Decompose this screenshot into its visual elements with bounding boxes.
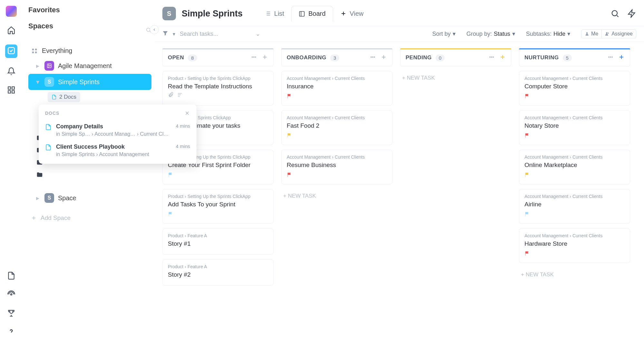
svg-point-22 <box>372 56 373 57</box>
docs-popover: DOCS Company Detailsin Simple Sp… › Acco… <box>39 104 197 164</box>
task-card[interactable]: Product›Feature AStory #2 <box>162 259 274 286</box>
assignee-filter-button[interactable]: Assignee <box>602 29 636 38</box>
sidebar-item-everything[interactable]: Everything <box>28 44 151 58</box>
user-icon <box>585 32 589 36</box>
column-header[interactable]: PENDING 0 <box>400 49 511 66</box>
card-title: Story #1 <box>168 240 268 247</box>
sidebar-label: Everything <box>42 47 72 54</box>
task-card[interactable]: Account Management›Current ClientsNotary… <box>519 110 630 145</box>
add-task-icon[interactable] <box>618 54 625 62</box>
card-title: Online Marketplace <box>524 162 625 169</box>
column-name: PENDING <box>406 54 432 61</box>
new-task-button[interactable]: + NEW TASK <box>400 71 511 85</box>
breadcrumb: Product›Feature A <box>168 264 268 269</box>
task-card[interactable]: Account Management›Current ClientsHardwa… <box>519 228 630 263</box>
priority-flag-icon[interactable] <box>524 211 625 218</box>
plus-icon <box>31 215 37 221</box>
apps-icon[interactable] <box>7 86 15 95</box>
spaces-header[interactable]: Spaces <box>28 22 53 30</box>
filter-button[interactable] <box>162 30 168 37</box>
more-icon[interactable] <box>370 54 376 62</box>
doc-item[interactable]: Client Success Playbookin Simple Sprints… <box>45 140 190 161</box>
search-input[interactable]: Search tasks... ⌄ <box>180 30 260 37</box>
svg-point-28 <box>610 56 611 57</box>
column-count: 8 <box>188 54 197 61</box>
chevron-down-icon[interactable]: ▾ <box>173 31 175 37</box>
search-icon[interactable] <box>610 9 620 18</box>
add-task-icon[interactable] <box>380 54 387 62</box>
priority-flag-icon[interactable] <box>287 93 387 100</box>
folder-row[interactable] <box>28 169 151 181</box>
task-card[interactable]: Product›Setting Up the Sprints ClickAppA… <box>162 189 274 224</box>
column-header[interactable]: OPEN 8 <box>162 49 274 66</box>
space-icon: S <box>44 193 54 203</box>
more-icon[interactable] <box>607 54 614 62</box>
view-tab-board[interactable]: Board <box>291 6 333 22</box>
docs-count-pill[interactable]: 2 Docs <box>48 92 80 102</box>
view-tab-list[interactable]: List <box>257 6 291 21</box>
task-card[interactable]: Product›Feature AStory #1 <box>162 228 274 255</box>
automation-icon[interactable] <box>627 9 636 18</box>
priority-flag-icon[interactable] <box>168 211 268 218</box>
task-card[interactable]: Account Management›Current ClientsInsura… <box>281 71 392 106</box>
new-task-button[interactable]: + NEW TASK <box>281 189 392 203</box>
collapse-sidebar-button[interactable] <box>150 25 159 34</box>
help-icon[interactable] <box>7 328 15 337</box>
column-name: NURTURING <box>524 54 559 61</box>
pulse-icon[interactable] <box>7 290 15 300</box>
breadcrumb: Account Management›Current Clients <box>287 115 387 120</box>
task-card[interactable]: Account Management›Current ClientsOnline… <box>519 150 630 184</box>
app-logo[interactable] <box>6 6 17 17</box>
home-icon[interactable] <box>7 26 15 35</box>
svg-point-6 <box>147 28 150 32</box>
task-card[interactable]: Account Management›Current ClientsComput… <box>519 71 630 106</box>
priority-flag-icon[interactable] <box>524 172 625 179</box>
add-view-button[interactable]: View <box>333 6 371 21</box>
priority-flag-icon[interactable] <box>287 172 387 179</box>
card-title: Fast Food 2 <box>287 122 387 129</box>
priority-flag-icon[interactable] <box>168 172 268 179</box>
users-icon <box>605 32 610 36</box>
task-card[interactable]: Account Management›Current ClientsResume… <box>281 150 392 184</box>
priority-flag-icon[interactable] <box>287 133 387 140</box>
me-filter-button[interactable]: Me <box>581 29 602 38</box>
doc-item[interactable]: Company Detailsin Simple Sp… › Account M… <box>45 120 190 140</box>
doc-meta: in Simple Sp… › Account Manag… › Current… <box>56 131 171 137</box>
sidebar-item-space[interactable]: ▸ S Space <box>28 190 151 206</box>
add-space-button[interactable]: Add Space <box>28 211 151 225</box>
card-title: Resume Business <box>287 162 387 169</box>
space-avatar[interactable]: S <box>162 7 176 20</box>
column-header[interactable]: ONBOARDING 3 <box>281 49 392 66</box>
doc-time: 4 mins <box>176 123 190 137</box>
close-icon[interactable] <box>184 110 190 116</box>
priority-flag-icon[interactable] <box>524 251 625 258</box>
column-header[interactable]: NURTURING 5 <box>519 49 630 66</box>
task-card[interactable]: Account Management›Current ClientsAirlin… <box>519 189 630 224</box>
add-task-icon[interactable] <box>499 54 506 62</box>
breadcrumb: Account Management›Current Clients <box>524 115 625 120</box>
card-title: Computer Store <box>524 83 625 90</box>
page-title[interactable]: Simple Sprints <box>182 9 243 19</box>
list-icon <box>264 10 271 17</box>
more-icon[interactable] <box>251 54 257 62</box>
goals-icon[interactable] <box>7 309 15 319</box>
sort-by-button[interactable]: Sort by ▾ <box>432 30 456 37</box>
docs-icon[interactable] <box>7 271 15 281</box>
sidebar-item-agile[interactable]: ▸ Agile Management <box>28 58 151 74</box>
task-card[interactable]: Account Management›Current ClientsFast F… <box>281 110 392 145</box>
tasks-icon[interactable] <box>5 44 17 58</box>
add-task-icon[interactable] <box>262 54 268 62</box>
priority-flag-icon[interactable] <box>524 93 625 100</box>
subtasks-button[interactable]: Subtasks: Hide ▾ <box>526 30 570 37</box>
task-card[interactable]: Product›Setting Up the Sprints ClickAppR… <box>162 71 274 106</box>
breadcrumb: Account Management›Current Clients <box>287 76 387 81</box>
group-by-button[interactable]: Group by: Status ▾ <box>466 30 515 37</box>
notifications-icon[interactable] <box>7 67 15 77</box>
priority-flag-icon[interactable] <box>524 133 625 140</box>
more-icon[interactable] <box>488 54 495 62</box>
sidebar-item-simple-sprints[interactable]: ▾ S Simple Sprints <box>28 74 151 90</box>
card-title: Notary Store <box>524 122 625 129</box>
new-task-button[interactable]: + NEW TASK <box>519 268 630 282</box>
card-title: Read the Template Instructions <box>168 83 268 90</box>
favorites-header[interactable]: Favorites <box>28 6 151 14</box>
